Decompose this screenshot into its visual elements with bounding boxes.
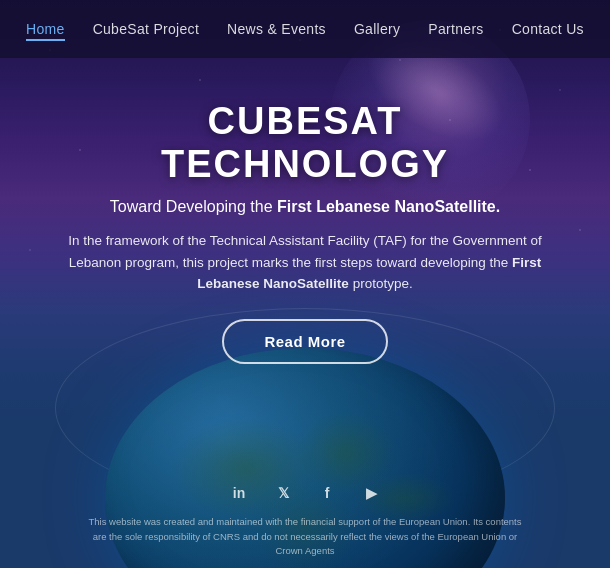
hero-subtitle: Toward Developing the First Lebanese Nan… [110, 198, 500, 216]
hero-description: In the framework of the Technical Assist… [60, 230, 550, 295]
hero-subtitle-bold: First Lebanese NanoSatellite. [277, 198, 500, 215]
hero-desc-plain1: In the framework of the Technical Assist… [68, 233, 542, 270]
nav-links: HomeCubeSat ProjectNews & EventsGalleryP… [26, 20, 584, 38]
navbar: HomeCubeSat ProjectNews & EventsGalleryP… [0, 0, 610, 58]
nav-link[interactable]: News & Events [227, 21, 326, 37]
linkedin-icon[interactable]: in [225, 479, 253, 507]
hero-title: CUBESAT TECHNOLOGY [60, 100, 550, 186]
hero-section: CUBESAT TECHNOLOGY Toward Developing the… [0, 100, 610, 364]
nav-item-cubesat-project[interactable]: CubeSat Project [93, 20, 199, 38]
footer-text: This website was created and maintained … [65, 515, 545, 558]
nav-item-contact-us[interactable]: Contact Us [512, 20, 584, 38]
nav-item-news-&-events[interactable]: News & Events [227, 20, 326, 38]
social-icons-container: in𝕏f▶ [225, 479, 385, 507]
nav-item-partners[interactable]: Partners [428, 20, 483, 38]
hero-desc-plain2: prototype. [349, 276, 413, 291]
page-wrapper: HomeCubeSat ProjectNews & EventsGalleryP… [0, 0, 610, 568]
youtube-icon[interactable]: ▶ [357, 479, 385, 507]
nav-link[interactable]: Home [26, 21, 65, 41]
nav-item-home[interactable]: Home [26, 20, 65, 38]
nav-link[interactable]: CubeSat Project [93, 21, 199, 37]
hero-subtitle-plain: Toward Developing the [110, 198, 277, 215]
twitter-icon[interactable]: 𝕏 [269, 479, 297, 507]
nav-item-gallery[interactable]: Gallery [354, 20, 400, 38]
read-more-button[interactable]: Read More [222, 319, 387, 364]
footer: in𝕏f▶ This website was created and maint… [0, 488, 610, 568]
nav-link[interactable]: Partners [428, 21, 483, 37]
nav-link[interactable]: Contact Us [512, 21, 584, 37]
facebook-icon[interactable]: f [313, 479, 341, 507]
nav-link[interactable]: Gallery [354, 21, 400, 37]
